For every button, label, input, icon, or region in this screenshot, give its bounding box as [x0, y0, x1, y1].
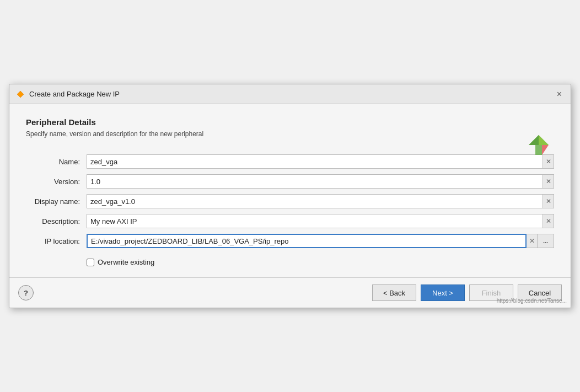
help-button[interactable]: ? [18, 285, 34, 300]
ip-location-label: IP location: [26, 237, 87, 245]
svg-marker-3 [529, 135, 539, 145]
description-clear-button[interactable]: ✕ [543, 214, 554, 228]
next-button[interactable]: Next > [421, 284, 465, 301]
version-label: Version: [26, 178, 87, 186]
overwrite-label: Overwrite existing [98, 258, 154, 266]
description-label: Description: [26, 217, 87, 225]
display-name-clear-button[interactable]: ✕ [543, 194, 554, 208]
ip-location-browse-button[interactable]: ... [538, 234, 554, 248]
ip-location-input-wrap: ✕ ... [87, 234, 554, 248]
description-input-wrap: ✕ [87, 214, 554, 228]
footer-left: ? [18, 285, 34, 300]
display-name-input-wrap: ✕ [87, 194, 554, 208]
footer: ? < Back Next > Finish Cancel [9, 277, 571, 308]
ip-location-row: IP location: ✕ ... [26, 234, 554, 248]
version-clear-button[interactable]: ✕ [543, 174, 554, 189]
ip-location-input[interactable] [87, 234, 527, 248]
form-area: Name: ✕ Version: ✕ Display name: [26, 154, 554, 266]
back-button[interactable]: < Back [372, 284, 416, 301]
name-input[interactable] [87, 154, 543, 169]
svg-marker-2 [539, 135, 549, 145]
svg-marker-4 [542, 145, 549, 155]
dialog-title: Create and Package New IP [29, 90, 120, 98]
page-subtitle: Specify name, version and description fo… [26, 130, 554, 138]
overwrite-checkbox[interactable] [87, 259, 94, 266]
vivado-logo-svg [527, 133, 551, 157]
display-name-label: Display name: [26, 197, 87, 206]
ip-location-clear-button[interactable]: ✕ [527, 234, 538, 248]
name-input-wrap: ✕ [87, 154, 554, 169]
watermark: https://blog.csdn.net/Tanse... [497, 298, 567, 304]
description-input[interactable] [87, 214, 543, 228]
vivado-logo [527, 133, 551, 159]
create-package-ip-dialog: Create and Package New IP × Peripheral D… [9, 84, 571, 308]
version-input[interactable] [87, 174, 543, 189]
name-row: Name: ✕ [26, 154, 554, 169]
display-name-row: Display name: ✕ [26, 194, 554, 208]
svg-marker-0 [17, 91, 24, 98]
title-bar-left: Create and Package New IP [16, 90, 120, 99]
page-title: Peripheral Details [26, 117, 554, 127]
title-bar: Create and Package New IP × [9, 84, 571, 104]
name-label: Name: [26, 158, 87, 166]
dialog-content: Peripheral Details Specify name, version… [9, 104, 571, 277]
version-input-wrap: ✕ [87, 174, 554, 189]
description-row: Description: ✕ [26, 214, 554, 228]
overwrite-row: Overwrite existing [87, 258, 554, 266]
version-row: Version: ✕ [26, 174, 554, 189]
display-name-input[interactable] [87, 194, 543, 208]
vivado-title-icon [16, 90, 25, 99]
close-button[interactable]: × [555, 89, 564, 100]
